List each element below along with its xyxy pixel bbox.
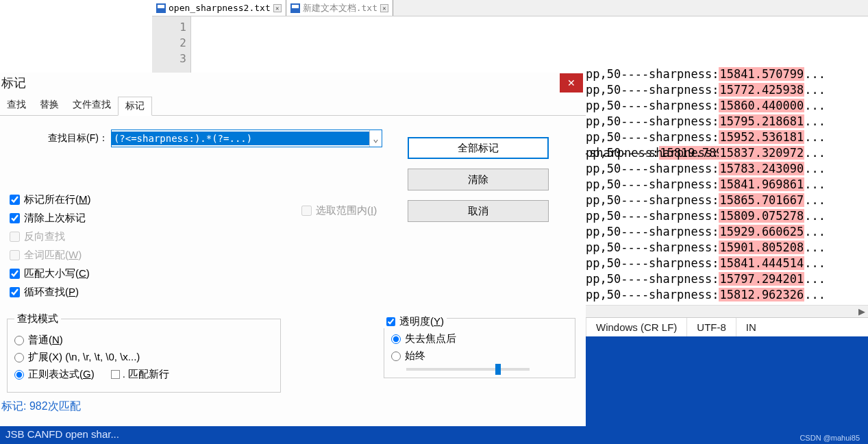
close-button[interactable]: ✕ [560, 73, 583, 92]
chk-in-selection: 选取范围内(I) [301, 204, 377, 217]
rad-normal[interactable]: 普通(N) [14, 334, 273, 347]
mark-dialog: 标记 ✕ 查找 替换 文件查找 标记 查找目标(F)： (?<=sharpnes… [0, 73, 586, 432]
desktop-bg [586, 336, 868, 426]
chevron-down-icon[interactable]: ⌄ [369, 130, 382, 147]
rad-regex[interactable]: 正则表达式(G) . 匹配新行 [14, 368, 273, 381]
taskbar[interactable]: JSB CANFD open shar... [0, 426, 868, 444]
mark-all-button[interactable]: 全部标记 [408, 137, 549, 159]
save-icon [290, 3, 300, 13]
rad-always[interactable]: 始终 [391, 349, 568, 362]
h-scrollbar[interactable]: ▶ [586, 305, 868, 317]
scroll-right-icon[interactable]: ▶ [856, 306, 868, 317]
cancel-button[interactable]: 取消 [408, 200, 549, 222]
dialog-tabs: 查找 替换 文件查找 标记 [0, 96, 586, 116]
find-input[interactable]: (?<=sharpness:).*(?=...) ⌄ [111, 130, 382, 147]
editor-partial[interactable]: pp,50----sharpness:15841.570799...pp,50-… [586, 66, 826, 303]
chk-clearprev[interactable]: 清除上次标记 [10, 212, 91, 225]
status-encoding: UTF-8 [686, 318, 736, 336]
chk-backward: 反向查找 [10, 230, 91, 243]
transparency-slider[interactable] [406, 368, 530, 371]
tab-replace[interactable]: 替换 [33, 96, 66, 115]
tab-mark[interactable]: 标记 [118, 97, 152, 116]
tab-findinfiles[interactable]: 文件查找 [66, 96, 118, 115]
close-icon[interactable]: ✕ [273, 4, 282, 12]
status-eol: Windows (CR LF) [586, 318, 686, 336]
dialog-title: 标记 [0, 75, 560, 91]
save-icon [156, 3, 166, 13]
close-icon[interactable]: ✕ [380, 4, 388, 12]
tab-find[interactable]: 查找 [0, 96, 33, 115]
tab-file-2[interactable]: 新建文本文档.txt ✕ [286, 0, 393, 16]
chk-markline[interactable]: 标记所在行(M) [10, 193, 91, 206]
search-mode-group: 查找模式 普通(N) 扩展(X) (\n, \r, \t, \0, \x...)… [7, 312, 281, 393]
slider-thumb[interactable] [495, 364, 501, 375]
chk-transparency[interactable]: 透明度(Y) [384, 315, 447, 328]
status-mode: IN [736, 318, 766, 336]
chk-wrap[interactable]: 循环查找(P) [10, 286, 91, 299]
editor-tabs: open_sharpness2.txt ✕ 新建文本文档.txt ✕ [152, 0, 868, 16]
tab-file-1[interactable]: open_sharpness2.txt ✕ [152, 0, 286, 16]
tab-label: open_sharpness2.txt [169, 3, 271, 13]
tab-label: 新建文本文档.txt [303, 2, 377, 14]
chk-dot-newline[interactable]: . 匹配新行 [111, 368, 169, 381]
watermark: CSDN @mahui85 [799, 434, 860, 442]
chk-wholeword: 全词匹配(W) [10, 249, 91, 262]
chk-matchcase[interactable]: 匹配大小写(C) [10, 267, 91, 280]
clear-button[interactable]: 清除 [408, 169, 549, 190]
find-label: 查找目标(F)： [48, 132, 108, 145]
status-bar: Windows (CR LF) UTF-8 IN [586, 317, 868, 336]
result-status: 标记: 982次匹配 [0, 399, 81, 414]
rad-onlosefocus[interactable]: 失去焦点后 [391, 332, 568, 345]
rad-extended[interactable]: 扩展(X) (\n, \r, \t, \0, \x...) [14, 351, 273, 364]
